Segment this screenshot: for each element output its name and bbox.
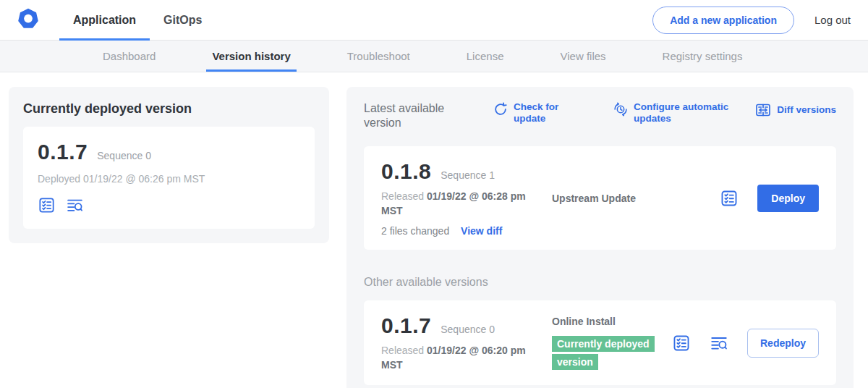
check-for-update-link[interactable]: Check for update: [493, 101, 572, 125]
subnav-item-license[interactable]: License: [467, 41, 504, 72]
subnav-item-dashboard[interactable]: Dashboard: [103, 41, 156, 72]
preflight-checklist-icon[interactable]: [720, 189, 739, 208]
preflight-checklist-icon[interactable]: [38, 196, 56, 214]
auto-update-clock-icon: [613, 101, 629, 117]
currently-deployed-badge: Currently deployed version: [552, 336, 655, 370]
other-version-number: 0.1.7: [381, 313, 431, 338]
other-version-sequence: Sequence 0: [441, 324, 495, 335]
files-changed-label: 2 files changed: [381, 225, 449, 237]
version-source-label: Online Install: [552, 316, 616, 327]
configure-auto-updates-link[interactable]: Configure automatic updates: [613, 101, 734, 125]
other-version-released: Released 01/19/22 @ 06:20 pm MST: [381, 344, 537, 372]
header-tabs: Application GitOps: [59, 0, 216, 40]
latest-available-title: Latest available version: [364, 101, 472, 130]
add-application-button[interactable]: Add a new application: [652, 7, 794, 34]
latest-version-number: 0.1.8: [381, 159, 431, 184]
other-versions-title: Other available versions: [364, 276, 836, 289]
deploy-button[interactable]: Deploy: [757, 185, 819, 212]
subnav-item-troubleshoot[interactable]: Troubleshoot: [347, 41, 410, 72]
deployed-version-number: 0.1.7: [38, 140, 88, 164]
view-logs-icon[interactable]: [66, 196, 84, 214]
header-right: Add a new application Log out: [652, 0, 868, 40]
configure-auto-updates-label: Configure automatic updates: [634, 101, 734, 125]
heptagon-logo-icon: [16, 7, 41, 34]
tab-gitops[interactable]: GitOps: [150, 0, 216, 40]
view-logs-icon[interactable]: [710, 334, 728, 353]
version-row-0-1-7: 0.1.7 Sequence 0 Released 01/19/22 @ 06:…: [364, 300, 836, 385]
subnav-item-view-files[interactable]: View files: [560, 41, 605, 72]
diff-versions-label: Diff versions: [777, 104, 836, 116]
top-header: Application GitOps Add a new application…: [0, 0, 868, 41]
latest-version-sequence: Sequence 1: [441, 169, 495, 181]
check-for-update-label: Check for update: [514, 101, 572, 125]
version-row-0-1-8: 0.1.8 Sequence 1 Released 01/19/22 @ 06:…: [364, 146, 836, 250]
deployed-sequence: Sequence 0: [97, 150, 151, 161]
app-logo[interactable]: [0, 0, 59, 40]
latest-version-released: Released 01/19/22 @ 06:28 pm MST: [381, 190, 537, 218]
currently-deployed-title: Currently deployed version: [23, 101, 315, 117]
redeploy-button[interactable]: Redeploy: [747, 329, 819, 358]
currently-deployed-card: Currently deployed version 0.1.7 Sequenc…: [9, 87, 329, 243]
subnav-item-registry-settings[interactable]: Registry settings: [663, 41, 743, 72]
tab-application[interactable]: Application: [59, 0, 150, 40]
subnav-item-version-history[interactable]: Version history: [212, 41, 290, 72]
deployed-timestamp: Deployed 01/19/22 @ 06:26 pm MST: [38, 173, 300, 185]
refresh-icon: [493, 101, 509, 117]
version-source-label: Upstream Update: [552, 193, 636, 204]
latest-available-card: Latest available version Check for updat…: [346, 87, 854, 388]
view-diff-link[interactable]: View diff: [461, 225, 502, 237]
preflight-checklist-icon[interactable]: [672, 334, 691, 353]
logout-link[interactable]: Log out: [814, 14, 851, 26]
app-subnav: Dashboard Version history Troubleshoot L…: [0, 41, 868, 72]
diff-columns-icon: [754, 101, 772, 119]
diff-versions-link[interactable]: Diff versions: [754, 101, 836, 119]
main-content: Currently deployed version 0.1.7 Sequenc…: [0, 72, 868, 388]
deployed-version-row: 0.1.7 Sequence 0 Deployed 01/19/22 @ 06:…: [23, 127, 315, 229]
